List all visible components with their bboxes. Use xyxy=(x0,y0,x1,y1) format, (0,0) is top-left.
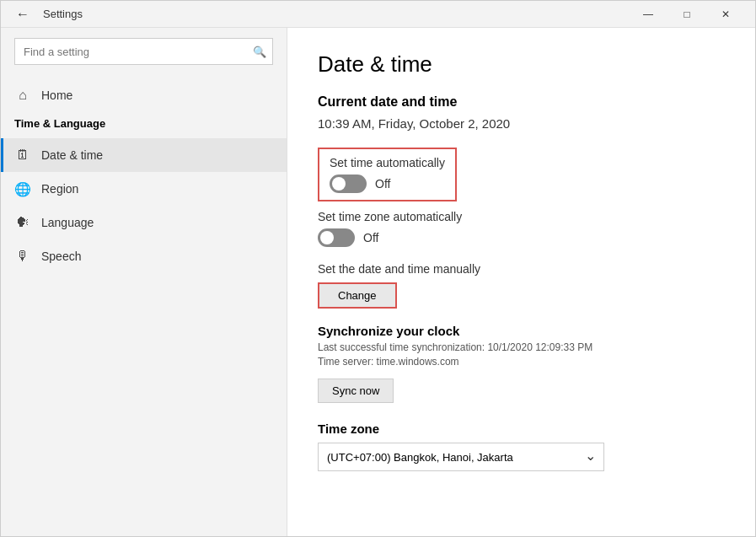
sidebar-item-date-time[interactable]: 🗓 Date & time xyxy=(1,138,287,172)
language-icon: 🗣 xyxy=(14,214,31,231)
sync-section: Synchronize your clock Last successful t… xyxy=(318,324,725,403)
set-time-auto-label: Set time automatically xyxy=(330,156,445,169)
titlebar: ← Settings — □ ✕ xyxy=(1,1,755,28)
sidebar-item-region[interactable]: 🌐 Region xyxy=(1,172,287,206)
maximize-button[interactable]: □ xyxy=(668,1,706,28)
sync-now-button[interactable]: Sync now xyxy=(318,379,394,403)
manual-date-time-section: Set the date and time manually Change xyxy=(318,262,725,309)
timezone-select-wrap: (UTC+07:00) Bangkok, Hanoi, Jakarta xyxy=(318,443,604,471)
sidebar-item-home-label: Home xyxy=(41,89,72,102)
sync-title: Synchronize your clock xyxy=(318,324,725,338)
sidebar-item-language[interactable]: 🗣 Language xyxy=(1,206,287,239)
set-time-auto-toggle[interactable] xyxy=(330,175,367,193)
set-time-auto-status: Off xyxy=(375,177,390,191)
close-button[interactable]: ✕ xyxy=(706,1,745,28)
set-time-auto-toggle-row: Off xyxy=(330,175,445,193)
timezone-select[interactable]: (UTC+07:00) Bangkok, Hanoi, Jakarta xyxy=(318,443,604,471)
change-button[interactable]: Change xyxy=(319,284,395,307)
sidebar-item-speech-label: Speech xyxy=(41,250,81,263)
back-button[interactable]: ← xyxy=(11,5,35,24)
titlebar-controls: — □ ✕ xyxy=(629,1,745,28)
titlebar-title: Settings xyxy=(43,8,629,20)
current-section-heading: Current date and time xyxy=(318,94,725,110)
speech-icon: 🎙 xyxy=(14,248,31,265)
sidebar-item-language-label: Language xyxy=(41,216,94,229)
sidebar-item-date-time-label: Date & time xyxy=(41,148,103,162)
sidebar-item-speech[interactable]: 🎙 Speech xyxy=(1,239,287,273)
sync-info-1: Last successful time synchronization: 10… xyxy=(318,341,725,353)
set-timezone-auto-block: Set time zone automatically Off xyxy=(318,210,725,247)
sidebar-item-region-label: Region xyxy=(41,182,78,196)
settings-window: ← Settings — □ ✕ 🔍 ⌂ Home Time & Languag… xyxy=(0,0,756,537)
set-timezone-auto-status: Off xyxy=(363,231,378,244)
change-button-wrap: Change xyxy=(318,282,397,309)
sidebar: 🔍 ⌂ Home Time & Language 🗓 Date & time 🌐… xyxy=(1,28,287,536)
timezone-label: Time zone xyxy=(318,422,725,436)
current-time-display: 10:39 AM, Friday, October 2, 2020 xyxy=(318,116,725,131)
set-timezone-auto-toggle-row: Off xyxy=(318,228,725,247)
main-panel: Date & time Current date and time 10:39 … xyxy=(287,28,755,536)
page-title: Date & time xyxy=(318,51,725,78)
search-bar[interactable]: 🔍 xyxy=(14,38,273,65)
minimize-button[interactable]: — xyxy=(629,1,668,28)
sync-info-2: Time server: time.windows.com xyxy=(318,356,725,368)
sidebar-section-title: Time & Language xyxy=(1,112,287,138)
region-icon: 🌐 xyxy=(14,180,31,197)
sidebar-item-home[interactable]: ⌂ Home xyxy=(1,78,287,112)
timezone-section: Time zone (UTC+07:00) Bangkok, Hanoi, Ja… xyxy=(318,422,725,471)
set-timezone-auto-label: Set time zone automatically xyxy=(318,210,725,223)
search-input[interactable] xyxy=(14,38,273,65)
manual-label: Set the date and time manually xyxy=(318,262,725,276)
date-time-icon: 🗓 xyxy=(14,147,31,164)
set-time-auto-box: Set time automatically Off xyxy=(318,148,457,201)
content-area: 🔍 ⌂ Home Time & Language 🗓 Date & time 🌐… xyxy=(1,28,755,536)
set-timezone-auto-toggle[interactable] xyxy=(318,228,355,247)
home-icon: ⌂ xyxy=(14,87,31,104)
